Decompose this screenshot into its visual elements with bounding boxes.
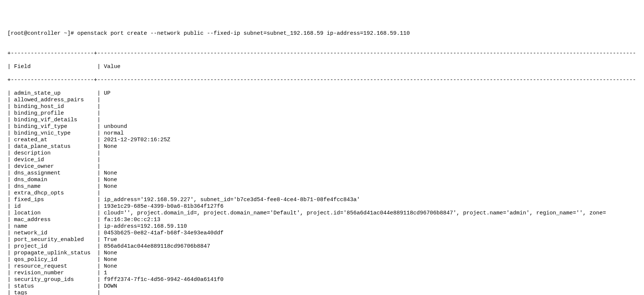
value-cell: 856a6d41ac044e889118cd96706b8847 [100,243,210,250]
table-row: |binding_vnic_type|normal [7,130,637,137]
table-top-border: +-------------------------+-------------… [7,50,637,57]
value-cell [100,163,104,170]
table-mid-border: +-------------------------+-------------… [7,77,637,84]
table-row: |propagate_uplink_status|None [7,250,637,257]
value-cell: 1 [100,270,107,277]
field-cell: network_id [11,230,97,237]
value-cell: normal [100,130,124,137]
value-cell: f9ff2374-7f1c-4d56-9942-464d0a6141f0 [100,277,224,283]
field-cell: binding_vif_details [11,117,97,123]
table-row: |dns_domain|None [7,177,637,183]
field-cell: qos_policy_id [11,257,97,263]
value-cell [100,190,104,197]
table-row: |extra_dhcp_opts| [7,190,637,197]
field-cell: dns_assignment [11,170,97,177]
value-cell: cloud='', project.domain_id=, project.do… [100,210,606,217]
table-row: |binding_vif_type|unbound [7,123,637,130]
field-cell: fixed_ips [11,197,97,203]
field-cell: device_owner [11,163,97,170]
table-row: |device_id| [7,157,637,163]
table-row: |revision_number|1 [7,270,637,277]
table-row: |fixed_ips|ip_address='192.168.59.227', … [7,197,637,203]
value-cell [100,97,104,104]
table-row: |binding_host_id| [7,104,637,110]
output-table: +-------------------------+-------------… [7,44,637,295]
header-value: Value [100,64,120,70]
table-row: |created_at|2021-12-29T02:16:25Z [7,137,637,143]
value-cell [100,157,104,163]
field-cell: binding_vnic_type [11,130,97,137]
field-cell: port_security_enabled [11,237,97,243]
value-cell: None [100,170,117,177]
value-cell [100,150,104,157]
value-cell [100,290,104,295]
value-cell: None [100,177,117,183]
value-cell: ip_address='192.168.59.227', subnet_id='… [100,197,360,203]
field-cell: binding_vif_type [11,123,97,130]
table-row: |dns_assignment|None [7,170,637,177]
table-header-row: |Field|Value [7,64,637,70]
field-cell: name [11,223,97,230]
table-row: |name|ip-address=192.168.59.110 [7,223,637,230]
table-row: |description| [7,150,637,157]
table-row: |mac_address|fa:16:3e:0c:c2:13 [7,217,637,223]
value-cell: None [100,250,117,257]
field-cell: propagate_uplink_status [11,250,97,257]
field-cell: allowed_address_pairs [11,97,97,104]
field-cell: dns_name [11,183,97,190]
value-cell: None [100,143,117,150]
value-cell [100,104,104,110]
value-cell [100,110,104,117]
field-cell: location [11,210,97,217]
field-cell: mac_address [11,217,97,223]
field-cell: revision_number [11,270,97,277]
field-cell: project_id [11,243,97,250]
value-cell: ip-address=192.168.59.110 [100,223,187,230]
table-row: |binding_vif_details| [7,117,637,123]
shell-prompt: [root@controller ~]# [7,30,77,37]
field-cell: device_id [11,157,97,163]
value-cell: fa:16:3e:0c:c2:13 [100,217,160,223]
field-cell: status [11,283,97,290]
value-cell: True [100,237,117,243]
value-cell: 193e1c29-685e-4399-b0a6-81b364f127f6 [100,203,224,210]
field-cell: id [11,203,97,210]
table-row: |security_group_ids|f9ff2374-7f1c-4d56-9… [7,277,637,283]
value-cell: unbound [100,123,127,130]
value-cell: None [100,183,117,190]
command-line: [root@controller ~]# openstack port crea… [7,30,637,37]
field-cell: created_at [11,137,97,143]
table-row: |binding_profile| [7,110,637,117]
command-text: openstack port create --network public -… [77,30,410,37]
table-row: |location|cloud='', project.domain_id=, … [7,210,637,217]
field-cell: binding_profile [11,110,97,117]
field-cell: binding_host_id [11,104,97,110]
field-cell: tags [11,290,97,295]
value-cell: DOWN [100,283,117,290]
value-cell: UP [100,90,110,97]
table-row: |id|193e1c29-685e-4399-b0a6-81b364f127f6 [7,203,637,210]
field-cell: resource_request [11,263,97,270]
value-cell: None [100,257,117,263]
value-cell [100,117,104,123]
header-field: Field [11,64,97,70]
table-row: |resource_request|None [7,263,637,270]
table-row: |allowed_address_pairs| [7,97,637,104]
table-row: |status|DOWN [7,283,637,290]
field-cell: dns_domain [11,177,97,183]
field-cell: data_plane_status [11,143,97,150]
field-cell: description [11,150,97,157]
table-row: |device_owner| [7,163,637,170]
table-row: |data_plane_status|None [7,143,637,150]
field-cell: security_group_ids [11,277,97,283]
table-row: |admin_state_up|UP [7,90,637,97]
table-row: |network_id|0453b625-0e82-41af-b68f-34e9… [7,230,637,237]
field-cell: admin_state_up [11,90,97,97]
value-cell: 2021-12-29T02:16:25Z [100,137,170,143]
table-row: |dns_name|None [7,183,637,190]
table-row: |project_id|856a6d41ac044e889118cd96706b… [7,243,637,250]
table-row: |port_security_enabled|True [7,237,637,243]
table-row: |qos_policy_id|None [7,257,637,263]
value-cell: None [100,263,117,270]
field-cell: extra_dhcp_opts [11,190,97,197]
